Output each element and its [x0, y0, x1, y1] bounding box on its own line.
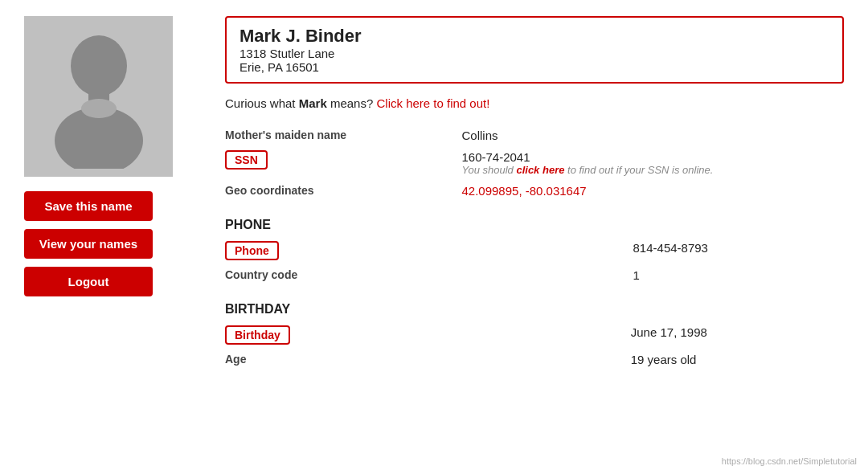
birthday-value: June 17, 1998: [631, 321, 844, 349]
birthday-section: BIRTHDAY Birthday June 17, 1998 Age 19 y…: [225, 286, 844, 370]
birthday-badge[interactable]: Birthday: [225, 325, 290, 345]
phone-value: 814-454-8793: [633, 237, 844, 264]
mothers-maiden-name-label: Mother's maiden name: [225, 125, 461, 146]
phone-section-header: PHONE: [225, 202, 844, 237]
left-panel: Save this name View your names Logout: [24, 16, 201, 370]
svg-point-3: [81, 99, 117, 118]
table-row: Age 19 years old: [225, 349, 844, 370]
save-name-button[interactable]: Save this name: [24, 191, 153, 221]
ssn-note-link[interactable]: click here: [516, 164, 564, 176]
right-panel: Mark J. Binder 1318 Stutler Lane Erie, P…: [225, 16, 844, 370]
curious-prefix: Curious what: [225, 96, 299, 110]
birthday-badge-cell: Birthday: [225, 321, 631, 349]
svg-point-0: [71, 35, 127, 96]
view-names-button[interactable]: View your names: [24, 229, 153, 259]
curious-name: Mark: [299, 96, 327, 110]
logout-button[interactable]: Logout: [24, 267, 153, 296]
address-line2: Erie, PA 16501: [240, 60, 829, 74]
country-code-value: 1: [633, 264, 844, 286]
full-name: Mark J. Binder: [240, 26, 829, 47]
birthday-section-header: BIRTHDAY: [225, 286, 844, 321]
main-layout: Save this name View your names Logout Ma…: [0, 0, 868, 386]
watermark: https://blog.csdn.net/Simpletutorial: [722, 456, 857, 466]
info-table: Mother's maiden name Collins SSN 160-74-…: [225, 125, 844, 202]
ssn-badge-cell: SSN: [225, 146, 461, 180]
ssn-badge[interactable]: SSN: [225, 150, 268, 170]
table-row: SSN 160-74-2041 You should click here to…: [225, 146, 844, 180]
ssn-note: You should click here to find out if you…: [461, 164, 836, 176]
phone-badge-cell: Phone: [225, 237, 633, 264]
curious-line: Curious what Mark means? Click here to f…: [225, 96, 844, 110]
curious-link[interactable]: Click here to find out!: [376, 96, 489, 110]
ssn-note-prefix: You should: [461, 164, 516, 176]
phone-badge[interactable]: Phone: [225, 241, 279, 260]
table-row: Country code 1: [225, 264, 844, 286]
ssn-note-suffix: to find out if your SSN is online.: [564, 164, 713, 176]
table-row: Mother's maiden name Collins: [225, 125, 844, 146]
ssn-value-cell: 160-74-2041 You should click here to fin…: [461, 146, 844, 180]
table-row: Phone 814-454-8793: [225, 237, 844, 264]
age-label: Age: [225, 349, 631, 370]
table-row: Birthday June 17, 1998: [225, 321, 844, 349]
mothers-maiden-name-value: Collins: [461, 125, 844, 146]
phone-section: PHONE Phone 814-454-8793 Country code 1: [225, 202, 844, 286]
address-line1: 1318 Stutler Lane: [240, 47, 829, 60]
age-value: 19 years old: [631, 349, 844, 370]
ssn-value: 160-74-2041: [461, 150, 836, 164]
phone-table: Phone 814-454-8793 Country code 1: [225, 237, 844, 286]
geo-label: Geo coordinates: [225, 180, 461, 202]
birthday-table: Birthday June 17, 1998 Age 19 years old: [225, 321, 844, 370]
avatar-silhouette: [47, 24, 151, 169]
name-address-box: Mark J. Binder 1318 Stutler Lane Erie, P…: [225, 16, 844, 84]
avatar: [24, 16, 173, 177]
curious-suffix: means?: [327, 96, 374, 110]
geo-value: 42.099895, -80.031647: [461, 180, 844, 202]
country-code-label: Country code: [225, 264, 633, 286]
table-row: Geo coordinates 42.099895, -80.031647: [225, 180, 844, 202]
